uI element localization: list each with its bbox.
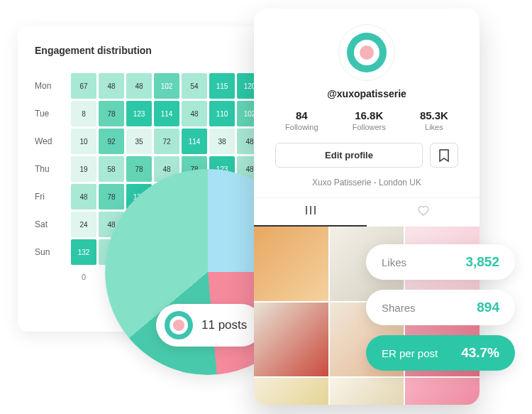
heatmap-cell[interactable]: 132 bbox=[71, 239, 96, 265]
profile-bio: Xuxo Patisserie - London UK bbox=[254, 178, 480, 187]
post-thumb[interactable] bbox=[254, 303, 328, 377]
profile-handle[interactable]: @xuxopatisserie bbox=[254, 88, 480, 99]
donut-icon bbox=[347, 33, 387, 72]
heatmap-day-label: Fri bbox=[35, 184, 69, 209]
heatmap-cell[interactable]: 35 bbox=[126, 129, 152, 154]
heatmap-cell[interactable]: 48 bbox=[182, 101, 207, 126]
profile-actions: Edit profile bbox=[254, 143, 480, 178]
heatmap-day-label: Thu bbox=[35, 156, 69, 182]
profile-tabs bbox=[254, 197, 480, 227]
metric-shares: Shares 894 bbox=[366, 290, 515, 325]
heatmap-cell[interactable]: 123 bbox=[126, 101, 152, 126]
post-thumb[interactable] bbox=[254, 227, 328, 301]
heatmap-day-label: Wed bbox=[35, 129, 69, 154]
heatmap-day-label: Tue bbox=[35, 101, 69, 126]
pie-label-text: 11 posts bbox=[201, 318, 247, 332]
bookmark-button[interactable] bbox=[430, 143, 458, 168]
post-thumb[interactable] bbox=[330, 378, 404, 405]
pie-label-pill: 11 posts bbox=[156, 304, 262, 347]
heatmap-cell[interactable]: 54 bbox=[182, 73, 207, 99]
avatar[interactable] bbox=[338, 24, 395, 81]
heatmap-cell[interactable]: 72 bbox=[154, 129, 179, 154]
edit-profile-button[interactable]: Edit profile bbox=[275, 143, 423, 168]
heatmap-cell[interactable]: 114 bbox=[154, 101, 179, 126]
heatmap-day-label: Mon bbox=[35, 73, 69, 99]
profile-stats: 84 Following 16.8K Followers 85.3K Likes bbox=[254, 109, 480, 143]
heatmap-cell[interactable]: 92 bbox=[99, 129, 124, 154]
heatmap-cell[interactable]: 10 bbox=[71, 129, 96, 154]
post-thumb[interactable] bbox=[405, 378, 480, 405]
heatmap-x-label: 0 bbox=[71, 267, 96, 287]
heatmap-cell[interactable]: 38 bbox=[209, 129, 235, 154]
bookmark-icon bbox=[438, 149, 450, 162]
heatmap-cell[interactable]: 48 bbox=[71, 184, 96, 209]
heatmap-day-label: Sat bbox=[35, 212, 69, 237]
tab-feed[interactable] bbox=[254, 198, 367, 227]
heatmap-cell[interactable]: 102 bbox=[154, 73, 179, 99]
heatmap-cell[interactable]: 78 bbox=[99, 101, 124, 126]
stat-likes[interactable]: 85.3K Likes bbox=[420, 109, 448, 131]
heatmap-cell[interactable]: 67 bbox=[71, 73, 96, 99]
heatmap-day-label: Sun bbox=[35, 239, 69, 265]
metric-er-per-post: ER per post 43.7% bbox=[366, 335, 515, 371]
heatmap-cell[interactable]: 110 bbox=[209, 101, 235, 126]
heatmap-cell[interactable]: 24 bbox=[71, 212, 96, 237]
heatmap-cell[interactable]: 19 bbox=[71, 156, 96, 182]
post-thumb[interactable] bbox=[254, 378, 328, 405]
stat-following[interactable]: 84 Following bbox=[285, 109, 318, 131]
heatmap-cell[interactable]: 48 bbox=[99, 73, 124, 99]
tab-liked[interactable] bbox=[367, 198, 480, 227]
heatmap-cell[interactable]: 115 bbox=[209, 73, 235, 99]
heatmap-cell[interactable]: 48 bbox=[126, 73, 152, 99]
metric-likes: Likes 3,852 bbox=[366, 244, 515, 280]
heatmap-cell[interactable]: 114 bbox=[182, 129, 207, 154]
stat-followers[interactable]: 16.8K Followers bbox=[353, 109, 386, 131]
heart-icon bbox=[417, 205, 430, 216]
heatmap-cell[interactable]: 8 bbox=[71, 101, 96, 126]
donut-icon bbox=[165, 311, 193, 339]
grid-icon bbox=[305, 205, 316, 216]
